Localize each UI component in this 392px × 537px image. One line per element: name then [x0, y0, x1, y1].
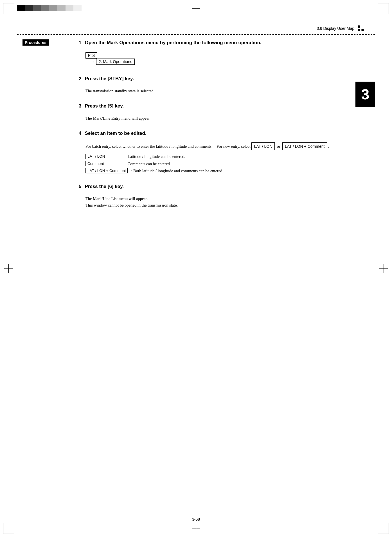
dot-row-top — [358, 25, 364, 28]
section-title: 3.6 Display User Map — [317, 26, 354, 31]
menu-box-plot: Plot — [85, 52, 97, 59]
step-1-row: Procedures 1 Open the Mark Operations me… — [22, 39, 364, 70]
step-2-body: The transmission standby state is select… — [85, 88, 364, 94]
step-1-number: 1 — [79, 39, 81, 50]
step-4-content: 4 Select an item to be edited. For batch… — [79, 130, 364, 178]
inline-lat-lon: LAT / LON — [251, 142, 275, 150]
step-4-key-table: LAT / LON : Latitude / longitude can be … — [85, 154, 364, 174]
section-header: 3.6 Display User Map — [317, 25, 364, 31]
dot — [361, 29, 364, 31]
procedures-badge: Procedures — [22, 39, 49, 46]
crosshair-left — [4, 264, 13, 273]
dot — [358, 29, 360, 31]
dots-decoration — [358, 25, 364, 31]
key-label-lat-lon: LAT / LON — [85, 154, 122, 159]
crosshair-bottom — [192, 524, 200, 533]
step-1-menu-path: Plot → 2. Mark Operations — [85, 52, 364, 65]
step-2-number: 2 — [79, 75, 81, 86]
key-desc-comment: : Comments can be entered. — [125, 161, 364, 167]
dot — [358, 25, 360, 28]
corner-mark-bottom-right — [378, 523, 389, 534]
corner-mark-bottom-left — [3, 523, 14, 534]
main-content: Procedures 1 Open the Mark Operations me… — [22, 39, 364, 217]
step-5-title: Press the [6] key. — [85, 183, 124, 190]
step-3-row: 3 Press the [5] key. The Mark/Line Entry… — [22, 103, 364, 124]
color-bar — [17, 5, 82, 11]
crosshair-right — [379, 264, 388, 273]
dot-row-bottom — [358, 29, 364, 31]
step-5-content: 5 Press the [6] key. The Mark/Line List … — [79, 183, 364, 211]
page-number: 3-68 — [192, 517, 200, 522]
step-1-content: 1 Open the Mark Operations menu by perfo… — [79, 39, 364, 70]
step-2-row: 2 Press the [STBY] key. The transmission… — [22, 75, 364, 97]
key-row-lat-lon-comment: LAT / LON + Comment : Both latitude / lo… — [85, 168, 364, 174]
step-3-content: 3 Press the [5] key. The Mark/Line Entry… — [79, 103, 364, 124]
key-label-comment: Comment — [85, 161, 122, 166]
step-4-title: Select an item to be edited. — [85, 130, 146, 137]
corner-mark-top-right — [378, 3, 389, 14]
inline-lat-lon-comment: LAT / LON + Comment — [282, 142, 327, 150]
step-2-content: 2 Press the [STBY] key. The transmission… — [79, 75, 364, 97]
key-desc-lat-lon: : Latitude / longitude can be entered. — [125, 154, 364, 160]
step-4-row: 4 Select an item to be edited. For batch… — [22, 130, 364, 178]
menu-box-mark-operations: 2. Mark Operations — [96, 59, 135, 65]
key-label-lat-lon-comment: LAT / LON + Comment — [85, 168, 128, 173]
key-row-lat-lon: LAT / LON : Latitude / longitude can be … — [85, 154, 364, 160]
step-2-title: Press the [STBY] key. — [85, 75, 134, 82]
key-desc-lat-lon-comment: : Both latitude / longitude and comments… — [131, 168, 364, 174]
step-3-body: The Mark/Line Entry menu will appear. — [85, 115, 364, 122]
step-5-body: The Mark/Line List menu will appear. Thi… — [85, 196, 364, 209]
menu-arrow: → — [91, 59, 95, 64]
step-1-title: Open the Mark Operations menu by perform… — [85, 39, 261, 46]
corner-mark-top-left — [3, 3, 14, 14]
step-3-number: 3 — [79, 103, 81, 113]
step-4-body: For batch entry, select whether to enter… — [85, 142, 364, 150]
step-4-number: 4 — [79, 130, 81, 140]
key-row-comment: Comment : Comments can be entered. — [85, 161, 364, 167]
step-5-row: 5 Press the [6] key. The Mark/Line List … — [22, 183, 364, 211]
crosshair-top — [192, 4, 200, 13]
step-1-left: Procedures — [22, 39, 79, 46]
step-5-number: 5 — [79, 183, 81, 193]
step-3-title: Press the [5] key. — [85, 103, 124, 109]
